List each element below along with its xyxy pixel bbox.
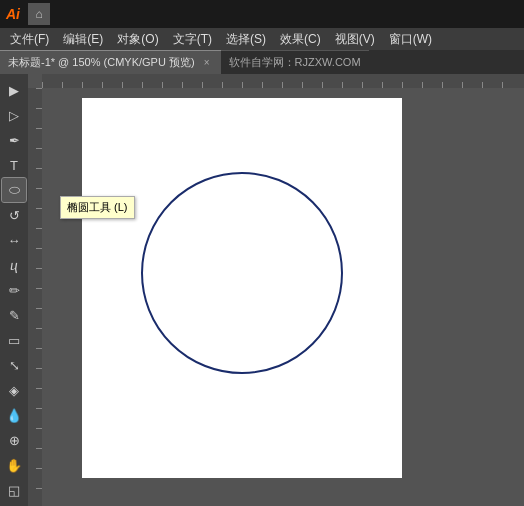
reflect-tool[interactable]: ↔ [2,228,26,252]
selection-tool[interactable]: ▶ [2,78,26,102]
menu-item-V[interactable]: 视图(V) [329,29,381,50]
type-tool[interactable]: T [2,153,26,177]
toolbar: ▶▷✒T⬭↺↔ⴗ✏✎▭⤡◈💧⊕✋◱ [0,74,28,506]
tab-secondary-label: 软件自学网：RJZXW.COM [229,55,361,70]
menu-item-O[interactable]: 对象(O) [111,29,164,50]
title-bar: Ai ⌂ [0,0,524,28]
menu-item-F[interactable]: 文件(F) [4,29,55,50]
menu-item-W[interactable]: 窗口(W) [383,29,438,50]
tab-bar: 未标题-1* @ 150% (CMYK/GPU 预览) × 软件自学网：RJZX… [0,50,524,74]
rotate-tool[interactable]: ↺ [2,203,26,227]
hand-tool[interactable]: ✋ [2,453,26,477]
canvas-area[interactable]: 椭圆工具 (L) [28,74,524,506]
tab-active-label: 未标题-1* @ 150% (CMYK/GPU 预览) [8,55,195,70]
menu-item-E[interactable]: 编辑(E) [57,29,109,50]
scale-tool[interactable]: ⤡ [2,353,26,377]
pen-tool[interactable]: ✒ [2,128,26,152]
paintbrush-tool[interactable]: ✏ [2,278,26,302]
direct-select-tool[interactable]: ▷ [2,103,26,127]
ruler-top [42,74,524,88]
ellipse-tool[interactable]: ⬭ [2,178,26,202]
rectangle-tool[interactable]: ▭ [2,328,26,352]
menu-item-S[interactable]: 选择(S) [220,29,272,50]
main-area: ▶▷✒T⬭↺↔ⴗ✏✎▭⤡◈💧⊕✋◱ 椭圆工具 (L) [0,74,524,506]
fill-stroke[interactable]: ◱ [2,478,26,502]
warp-tool[interactable]: ⴗ [2,253,26,277]
blend-tool[interactable]: ◈ [2,378,26,402]
eyedropper-tool[interactable]: 💧 [2,403,26,427]
ai-logo: Ai [6,6,20,22]
menu-item-C[interactable]: 效果(C) [274,29,327,50]
artboard-svg [42,88,524,506]
tooltip: 椭圆工具 (L) [60,196,135,219]
menu-bar: 文件(F)编辑(E)对象(O)文字(T)选择(S)效果(C)视图(V)窗口(W) [0,28,524,50]
menu-item-T[interactable]: 文字(T) [167,29,218,50]
tab-secondary[interactable]: 软件自学网：RJZXW.COM [221,50,369,74]
svg-rect-0 [82,98,402,478]
zoom-tool[interactable]: ⊕ [2,428,26,452]
ruler-left [28,88,42,506]
tooltip-label: 椭圆工具 (L) [67,201,128,213]
tab-active[interactable]: 未标题-1* @ 150% (CMYK/GPU 预览) × [0,50,221,74]
home-button[interactable]: ⌂ [28,3,50,25]
home-icon: ⌂ [35,7,42,21]
tab-close-button[interactable]: × [201,57,213,69]
pencil-tool[interactable]: ✎ [2,303,26,327]
